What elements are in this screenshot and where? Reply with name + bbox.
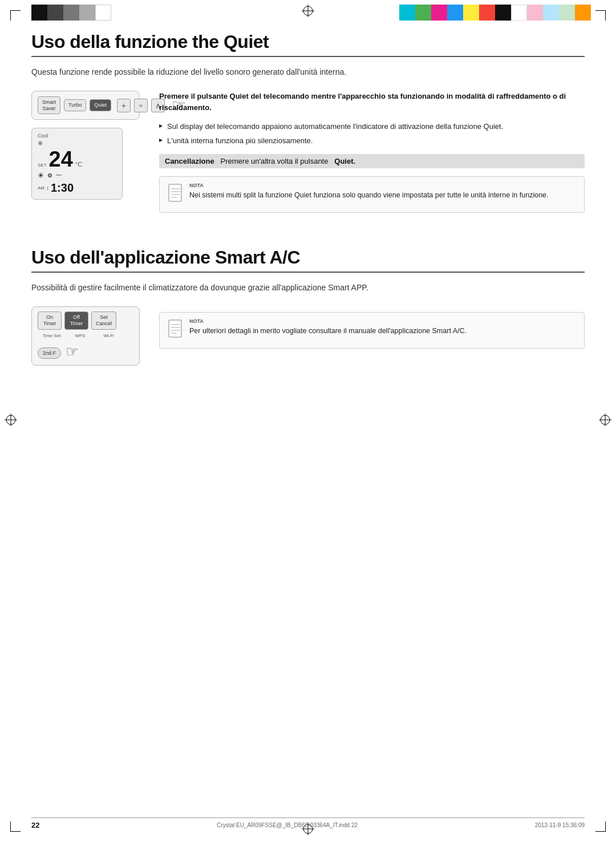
smart-note-content: NOTA Per ulteriori dettagli in merito vo… [189,318,467,337]
section-quiet-title: Uso della funzione the Quiet [31,31,585,57]
quiet-bullet-list: Sul display del telecomando appaiono aut… [159,121,585,146]
second-function-button[interactable]: 2nd F [38,347,61,359]
remote-quiet-buttons: Smart Saver Turbo Quiet + ≈ ∧ ☞ [31,91,140,120]
smart-nota-label: NOTA [189,318,467,324]
cancellazione-bar: Cancellazione Premere un'altra volta il … [159,154,585,168]
display-icons-row: ✳ ⚙ 〰 [38,171,116,180]
color-bar-white [511,5,527,21]
plus-button[interactable]: + [117,99,131,112]
label-wps: WPS [67,333,93,338]
set-cancel-button[interactable]: Set Cancel [91,311,116,330]
display-colon: ↕ [46,185,49,191]
quiet-button[interactable]: Quiet [90,99,111,111]
fan-mode-button[interactable]: ≈ [134,99,148,112]
touch-hand-icon: ☞ [66,343,79,361]
color-bar-orange [575,5,591,21]
remote-smart-buttons-row: On Timer Off Timer Set Cancel [38,311,133,330]
quiet-bullet-2: L'unità interna funziona più silenziosam… [159,135,585,147]
display-degree: °C [75,161,82,168]
reg-mark-top [302,5,314,19]
color-bar-black [495,5,511,21]
remote-smart-images: On Timer Off Timer Set Cancel Time Set W… [31,306,145,366]
remote-smart-panel: On Timer Off Timer Set Cancel Time Set W… [31,306,140,366]
smart-note-box: NOTA Per ulteriori dettagli in merito vo… [159,312,585,349]
section-smart-ac: Uso dell'applicazione Smart A/C Possibil… [31,247,585,366]
display-cool-label: Cool [38,133,116,139]
section-smart-body: On Timer Off Timer Set Cancel Time Set W… [31,306,585,366]
section-quiet-body: Smart Saver Turbo Quiet + ≈ ∧ ☞ Cool ❄ S… [31,91,585,213]
cancellazione-text: Premere un'altra volta il pulsante [221,157,329,165]
page-number: 22 [31,821,39,829]
corner-mark-tr [595,10,606,21]
display-fan-icon: ✳ [38,171,44,180]
display-time-row: AM ↕ 1:30 [38,181,116,195]
color-bar-yellow [463,5,479,21]
corner-mark-bl [10,821,21,832]
color-bar-red [479,5,495,21]
page-footer: 22 Crystal EU_AR09FSSE@_IB_DB68-03364A_I… [31,817,585,829]
quiet-bullet-1: Sul display del telecomando appaiono aut… [159,121,585,132]
smart-note-text: Per ulteriori dettagli in merito vogliat… [189,327,467,335]
section-quiet-right: Premere il pulsante Quiet del telecomand… [159,91,585,213]
label-time-set: Time Set [39,333,64,338]
quiet-nota-label: NOTA [189,183,549,188]
color-bar-lightblue [543,5,559,21]
color-bar-cyan [399,5,415,21]
display-time: 1:30 [51,181,74,195]
color-bar-lightgreen [559,5,575,21]
display-wave-icon: 〰 [56,172,62,179]
cancellazione-bold-text: Quiet. [334,157,355,165]
section-quiet: Uso della funzione the Quiet Questa funz… [31,31,585,213]
grayscale-strip [31,5,111,21]
on-timer-button[interactable]: On Timer [38,311,62,330]
corner-mark-tl [10,10,21,21]
reg-mark-left [5,414,17,428]
display-snowflake: ❄ [38,140,116,147]
label-wifi: Wi-Fi [96,333,121,338]
remote-quiet-images: Smart Saver Turbo Quiet + ≈ ∧ ☞ Cool ❄ S… [31,91,145,200]
color-bar-blue [447,5,463,21]
color-bar-pink [527,5,543,21]
page-content: Uso della funzione the Quiet Questa funz… [31,31,585,811]
footer-datetime: 2012-11-9 15:36:09 [535,822,585,828]
reg-mark-right [599,414,611,428]
quiet-note-content: NOTA Nei sistemi multi split la funzione… [189,183,549,201]
corner-mark-br [595,821,606,832]
ac-display-panel: Cool ❄ SET 24 °C ✳ ⚙ 〰 AM ↕ [31,128,123,200]
display-am-label: AM [38,185,44,191]
display-set-label: SET [38,163,47,168]
quiet-instruction-bold: Premere il pulsante Quiet del telecomand… [159,91,585,113]
smart-note-document-icon [168,319,184,342]
quiet-note-text: Nei sistemi multi split la funzione Quie… [189,191,549,199]
smart-saver-button[interactable]: Smart Saver [38,96,60,115]
turbo-button[interactable]: Turbo [64,99,86,111]
off-timer-button[interactable]: Off Timer [64,311,88,330]
quiet-note-box: NOTA Nei sistemi multi split la funzione… [159,176,585,213]
section-smart-subtitle: Possibilità di gestire facilmente il cli… [31,282,585,294]
remote-2nd-row: 2nd F ☞ [38,343,133,361]
color-bars-top [399,5,591,21]
color-bar-magenta [431,5,447,21]
remote-smart-labels: Time Set WPS Wi-Fi [38,333,133,338]
display-temperature: 24 [49,148,73,170]
cancellazione-label: Cancellazione [165,157,214,165]
section-quiet-subtitle: Questa funzione rende possibile la riduz… [31,66,585,78]
note-document-icon [168,184,184,207]
section-smart-right: NOTA Per ulteriori dettagli in merito vo… [159,306,585,349]
footer-filename: Crystal EU_AR09FSSE@_IB_DB68-03364A_IT.i… [217,822,358,828]
color-bar-green [415,5,431,21]
svg-rect-17 [169,320,181,337]
display-gear-icon: ⚙ [47,172,52,179]
display-temp-row: SET 24 °C [38,148,116,170]
section-smart-title: Uso dell'applicazione Smart A/C [31,247,585,273]
svg-rect-12 [169,184,181,201]
